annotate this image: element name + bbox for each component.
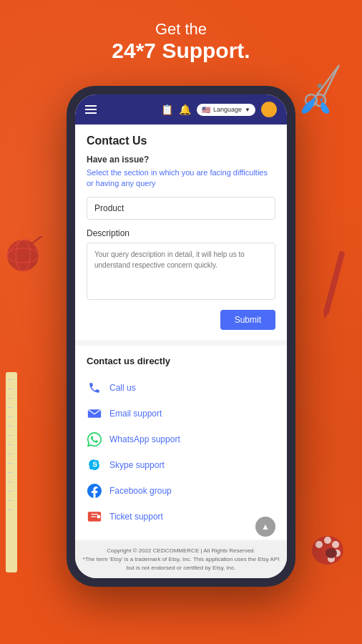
phone-navbar: 📋 🔔 🇺🇸 Language ▼ [75,94,287,125]
phone-icon [87,380,102,396]
phone-screen: 📋 🔔 🇺🇸 Language ▼ Contact Us Have an iss… [75,94,287,578]
footer-line1: Copyright © 2022 CEDCOMMERCE | All Right… [82,547,280,555]
skype-icon [87,457,102,473]
svg-line-8 [32,236,43,243]
description-label: Description [87,228,275,238]
document-icon[interactable]: 📋 [161,104,173,115]
submit-button[interactable]: Submit [220,310,275,330]
call-us-label: Call us [109,383,136,393]
language-label: Language [213,106,242,113]
hamburger-line2 [85,109,97,110]
whatsapp-support-label: WhatsApp support [109,434,180,444]
submit-row: Submit [87,310,275,330]
contact-item-ticket[interactable]: Ticket support [87,504,275,530]
ticket-support-label: Ticket support [109,512,163,522]
issue-desc-part2: or having any query [87,179,156,187]
phone-footer: Copyright © 2022 CEDCOMMERCE | All Right… [75,541,287,578]
direct-contact-section: Contact us directly Call us [75,346,287,540]
svg-point-12 [332,541,339,548]
whatsapp-icon [87,431,102,447]
page-header: Get the 24*7 Support. [0,0,362,63]
contact-us-section: Contact Us Have an issue? Select the sec… [75,125,287,340]
hamburger-line1 [85,105,97,107]
svg-point-10 [315,541,323,548]
hamburger-line3 [85,112,97,114]
contact-item-whatsapp[interactable]: WhatsApp support [87,426,275,452]
user-avatar[interactable] [261,102,277,117]
issue-desc-highlight: difficulties [233,168,268,177]
direct-contact-title: Contact us directly [87,356,275,366]
hamburger-menu[interactable] [85,105,97,114]
svg-line-2 [315,66,338,96]
palette-decoration [308,530,348,572]
section-select[interactable]: Product Order Payment Shipping Other [87,197,275,220]
chevron-down-icon: ▼ [245,107,250,113]
pen-decoration [323,250,345,314]
facebook-icon [87,483,102,499]
svg-point-4 [318,84,322,88]
email-support-label: Email support [109,409,162,419]
contact-item-facebook[interactable]: Facebook group [87,478,275,504]
ticket-icon [87,509,102,525]
header-line1: Get the [0,20,362,39]
contact-us-title: Contact Us [87,135,275,147]
svg-point-18 [97,514,100,518]
scroll-to-top-button[interactable]: ▲ [255,517,275,537]
yarn-decoration [4,236,43,278]
issue-desc-part1: Select the section in which you are faci… [87,168,233,177]
phone-content: Contact Us Have an issue? Select the sec… [75,125,287,541]
flag-icon: 🇺🇸 [202,106,210,114]
svg-point-11 [324,537,331,544]
svg-line-3 [324,66,339,96]
email-icon [87,406,102,421]
skype-support-label: Skype support [109,460,165,470]
scissors-decoration [298,57,348,117]
issue-heading: Have an issue? [87,155,275,165]
phone-frame: 📋 🔔 🇺🇸 Language ▼ Contact Us Have an iss… [67,86,295,587]
header-line2: 24*7 Support. [0,39,362,63]
description-textarea[interactable] [87,243,275,300]
issue-description: Select the section in which you are faci… [87,167,275,190]
language-selector[interactable]: 🇺🇸 Language ▼ [197,104,255,116]
contact-item-skype[interactable]: Skype support [87,452,275,478]
notification-icon[interactable]: 🔔 [179,104,191,115]
svg-point-15 [326,548,337,558]
contact-item-call[interactable]: Call us [87,375,275,401]
nav-right-icons: 📋 🔔 🇺🇸 Language ▼ [161,102,277,117]
footer-line2: *The term 'Etsy' is a trademark of Etsy,… [82,555,280,564]
contact-item-email[interactable]: Email support [87,401,275,426]
facebook-group-label: Facebook group [109,486,172,496]
section-select-wrapper: Product Order Payment Shipping Other [87,197,275,220]
footer-line3: but is not endorsed or certified by Etsy… [82,564,280,572]
ruler-decoration [6,372,17,572]
